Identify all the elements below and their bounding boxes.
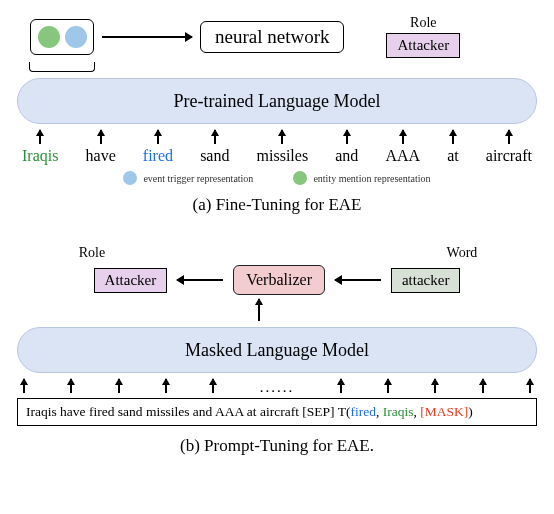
token: and xyxy=(335,130,358,165)
role-output: Role Attacker xyxy=(386,15,460,58)
mlm-bar: Masked Language Model xyxy=(17,327,537,373)
plm-bar: Pre-trained Language Model xyxy=(17,78,537,124)
up-arrow-icon xyxy=(157,130,159,144)
fig-b-arrow-row: ...... xyxy=(23,379,531,396)
token-label: fired xyxy=(143,147,173,165)
representation-pair-box xyxy=(30,19,94,55)
up-arrow-icon xyxy=(118,379,120,393)
token-label: aircraft xyxy=(486,147,532,165)
up-arrow-icon xyxy=(529,379,531,393)
fig-b-flow: Attacker Verbalizer attacker xyxy=(10,265,544,295)
fig-b-headers: Role Word xyxy=(10,245,544,263)
up-arrow-icon xyxy=(165,379,167,393)
sentence-sep1: , xyxy=(376,404,383,419)
role-header-label: Role xyxy=(410,15,436,31)
up-arrow-icon xyxy=(508,130,510,144)
legend-trigger-label: event trigger representation xyxy=(143,173,253,184)
figure-b: Role Word Attacker Verbalizer attacker M… xyxy=(10,245,544,456)
role-header-label-b: Role xyxy=(47,245,137,261)
prompt-sentence-box: Iraqis have fired sand missiles and AAA … xyxy=(17,398,537,426)
token-label: AAA xyxy=(385,147,420,165)
entity-rep-dot-icon xyxy=(38,26,60,48)
sentence-trigger: fired xyxy=(350,404,375,419)
up-arrow-icon xyxy=(482,379,484,393)
neural-network-box: neural network xyxy=(200,21,344,53)
token: fired xyxy=(143,130,173,165)
up-arrow-icon xyxy=(452,130,454,144)
up-arrow-icon xyxy=(39,130,41,144)
legend-mention-label: entity mention representation xyxy=(313,173,430,184)
legend-mention-dot-icon xyxy=(293,171,307,185)
fig-b-caption: (b) Prompt-Tuning for EAE. xyxy=(10,436,544,456)
token-label: Iraqis xyxy=(22,147,58,165)
fig-a-token-row: IraqishavefiredsandmissilesandAAAataircr… xyxy=(22,130,532,165)
up-arrow-icon xyxy=(214,130,216,144)
token: missiles xyxy=(257,130,309,165)
sentence-post: ) xyxy=(468,404,473,419)
token: have xyxy=(86,130,116,165)
word-header-label: Word xyxy=(417,245,507,261)
token: sand xyxy=(200,130,229,165)
sentence-entity: Iraqis xyxy=(383,404,414,419)
up-arrow-icon xyxy=(70,379,72,393)
token: AAA xyxy=(385,130,420,165)
up-arrow-icon xyxy=(346,130,348,144)
token-label: sand xyxy=(200,147,229,165)
up-arrow-icon xyxy=(387,379,389,393)
token-label: missiles xyxy=(257,147,309,165)
trigger-rep-dot-icon xyxy=(65,26,87,48)
arrow-left-icon xyxy=(335,279,381,281)
bracket-icon xyxy=(29,62,95,72)
token: at xyxy=(447,130,459,165)
up-arrow-icon xyxy=(258,299,260,321)
legend: event trigger representation entity ment… xyxy=(10,171,544,185)
figure-a: neural network Role Attacker Pre-trained… xyxy=(10,15,544,215)
word-value-box: attacker xyxy=(391,268,460,293)
up-arrow-icon xyxy=(212,379,214,393)
legend-trigger-dot-icon xyxy=(123,171,137,185)
verbalizer-box: Verbalizer xyxy=(233,265,325,295)
ellipsis-label: ...... xyxy=(260,379,295,396)
token-label: at xyxy=(447,147,459,165)
up-arrow-icon xyxy=(23,379,25,393)
role-value-box: Attacker xyxy=(386,33,460,58)
arrow-right-icon xyxy=(102,36,192,38)
token: Iraqis xyxy=(22,130,58,165)
token-label: and xyxy=(335,147,358,165)
legend-trigger: event trigger representation xyxy=(123,171,253,185)
sentence-mask: [MASK] xyxy=(420,404,468,419)
fig-a-caption: (a) Fine-Tuning for EAE xyxy=(10,195,544,215)
role-value-box-b: Attacker xyxy=(94,268,168,293)
legend-mention: entity mention representation xyxy=(293,171,430,185)
up-arrow-icon xyxy=(434,379,436,393)
arrow-left-icon xyxy=(177,279,223,281)
sentence-pre: Iraqis have fired sand missiles and AAA … xyxy=(26,404,350,419)
up-arrow-icon xyxy=(402,130,404,144)
token: aircraft xyxy=(486,130,532,165)
token-label: have xyxy=(86,147,116,165)
fig-a-top-row: neural network Role Attacker xyxy=(30,15,544,58)
up-arrow-icon xyxy=(340,379,342,393)
up-arrow-icon xyxy=(100,130,102,144)
up-arrow-icon xyxy=(281,130,283,144)
